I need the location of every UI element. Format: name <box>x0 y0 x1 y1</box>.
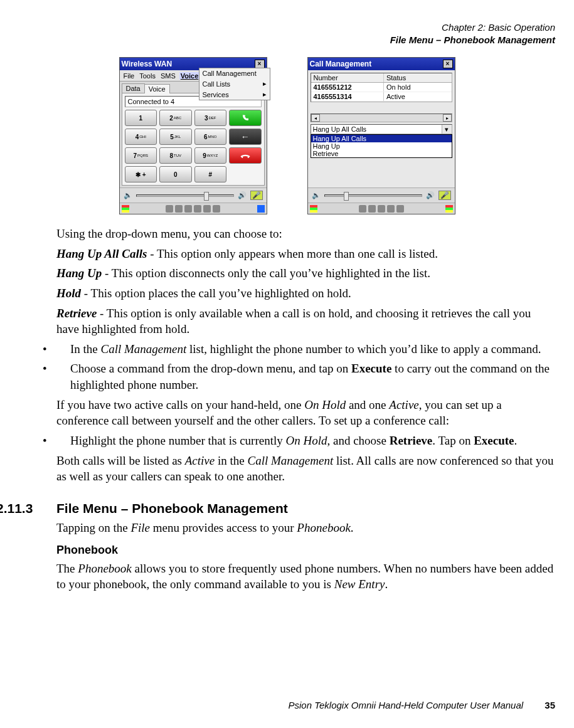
tab-data[interactable]: Data <box>122 83 145 93</box>
speaker-loud-icon[interactable]: 🔊 <box>238 191 247 199</box>
key-backspace[interactable]: ← <box>229 129 262 145</box>
voice-dropdown: Call Management Call Lists▸ Services▸ <box>199 68 270 100</box>
header-section: File Menu – Phonebook Management <box>19 34 555 46</box>
tray-icon[interactable] <box>184 205 192 213</box>
key-7[interactable]: 7PQRS <box>125 147 157 164</box>
key-call[interactable] <box>229 110 262 126</box>
key-8[interactable]: 8TUV <box>159 147 192 164</box>
key-2[interactable]: 2ABC <box>159 110 192 126</box>
key-6[interactable]: 6MNO <box>194 129 227 145</box>
key-hash[interactable]: # <box>194 166 227 182</box>
menu-voice[interactable]: Voice <box>179 72 200 80</box>
title-wwan: Wireless WAN <box>122 60 255 68</box>
start-icon[interactable] <box>122 205 129 213</box>
start-icon[interactable] <box>310 205 317 213</box>
tray-icon[interactable] <box>359 205 366 213</box>
sip-icon[interactable] <box>257 205 265 213</box>
mic-icon[interactable]: 🎤 <box>438 191 451 200</box>
section-heading: 2.11.3File Menu – Phonebook Management <box>56 501 555 516</box>
speaker-mute-icon[interactable]: 🔈 <box>124 191 132 199</box>
speaker-loud-icon[interactable]: 🔊 <box>426 191 435 199</box>
page-footer: Psion Teklogix Omnii Hand-Held Computer … <box>289 700 555 710</box>
combo-value: Hang Up All Calls <box>311 125 442 134</box>
cell-number: 4165551212 <box>311 83 384 92</box>
scrollbar-horizontal[interactable]: ◂ ▸ <box>311 113 452 122</box>
table-row[interactable]: 4165551212 On hold <box>311 83 452 92</box>
combo-option-hangup[interactable]: Hang Up <box>311 142 452 150</box>
tray-icon[interactable] <box>378 205 385 213</box>
section-p1: Tapping on the File menu provides access… <box>56 520 555 536</box>
close-icon[interactable]: × <box>255 60 265 68</box>
menu-sms[interactable]: SMS <box>159 72 177 80</box>
key-9[interactable]: 9WXYZ <box>194 147 227 164</box>
combo-option-retrieve[interactable]: Retrieve <box>311 150 452 157</box>
voice-pane: Connected to 4 1 2ABC 3DEF 4GHI 5JKL 6MN… <box>122 93 265 186</box>
key-star[interactable]: ✱ + <box>125 166 157 182</box>
table-header: Number Status <box>311 73 452 83</box>
slider-thumb[interactable] <box>344 192 349 201</box>
taskbar <box>120 203 267 214</box>
cm-pane: Number Status 4165551212 On hold 4165551… <box>308 70 455 187</box>
bullet-3: Highlight the phone number that is curre… <box>56 433 555 449</box>
volume-slider[interactable] <box>136 194 234 197</box>
tab-voice[interactable]: Voice <box>144 84 170 93</box>
title-cm: Call Management <box>310 60 443 68</box>
tray-icon[interactable] <box>203 205 211 213</box>
table-row[interactable]: 4165551314 Active <box>311 92 452 102</box>
menuitem-call-lists[interactable]: Call Lists▸ <box>199 78 270 89</box>
scroll-left-icon[interactable]: ◂ <box>311 114 320 122</box>
cell-status: Active <box>384 92 452 101</box>
menu-tools[interactable]: Tools <box>138 72 157 80</box>
titlebar-cm[interactable]: Call Management × <box>308 58 455 70</box>
taskbar <box>308 203 455 214</box>
action-combobox[interactable]: Hang Up All Calls ▾ <box>311 124 452 134</box>
figures-row: Wireless WAN × File Tools SMS Voice Call… <box>19 57 555 214</box>
keypad: 1 2ABC 3DEF 4GHI 5JKL 6MNO ← 7PQRS 8TUV … <box>125 110 262 182</box>
intro-line: Using the drop-down menu, you can choose… <box>56 226 555 242</box>
menuitem-call-management[interactable]: Call Management <box>199 68 270 78</box>
col-number[interactable]: Number <box>311 73 384 82</box>
mic-icon[interactable]: 🎤 <box>250 191 263 200</box>
chevron-down-icon[interactable]: ▾ <box>442 125 452 134</box>
volume-slider[interactable] <box>324 194 422 197</box>
section-p2: The Phonebook allows you to store freque… <box>56 561 555 593</box>
speaker-mute-icon[interactable]: 🔈 <box>312 191 321 199</box>
body-content: Using the drop-down menu, you can choose… <box>56 226 555 593</box>
tray-icon[interactable] <box>387 205 395 213</box>
menu-file[interactable]: File <box>122 72 136 80</box>
wireless-wan-window: Wireless WAN × File Tools SMS Voice Call… <box>119 57 267 214</box>
audio-bar: 🔈 🔊 🎤 <box>308 187 455 203</box>
page-header: Chapter 2: Basic Operation File Menu – P… <box>19 21 555 46</box>
systray <box>166 205 220 213</box>
close-icon[interactable]: × <box>443 60 453 68</box>
tray-icon[interactable] <box>396 205 404 213</box>
tray-icon[interactable] <box>368 205 376 213</box>
tray-icon[interactable] <box>166 205 173 213</box>
sip-icon[interactable] <box>445 205 453 213</box>
tray-icon[interactable] <box>213 205 220 213</box>
key-hangup[interactable] <box>229 147 262 164</box>
bullet-1: In the Call Management list, highlight t… <box>56 341 555 357</box>
chevron-right-icon: ▸ <box>263 90 267 98</box>
key-5[interactable]: 5JKL <box>159 129 192 145</box>
key-4[interactable]: 4GHI <box>125 129 157 145</box>
tray-icon[interactable] <box>175 205 183 213</box>
key-0[interactable]: 0 <box>159 166 192 182</box>
scroll-right-icon[interactable]: ▸ <box>443 114 452 122</box>
option-hangup-all: Hang Up All Calls - This option only app… <box>56 246 555 262</box>
option-retrieve: Retrieve - This option is only available… <box>56 305 555 337</box>
tray-icon[interactable] <box>194 205 201 213</box>
para-result: Both calls will be listed as Active in t… <box>56 453 555 485</box>
menuitem-services[interactable]: Services▸ <box>199 89 270 100</box>
systray <box>359 205 404 213</box>
footer-text: Psion Teklogix Omnii Hand-Held Computer … <box>289 700 524 710</box>
col-status[interactable]: Status <box>384 73 452 82</box>
combo-option-hangup-all[interactable]: Hang Up All Calls <box>311 135 452 142</box>
option-hangup: Hang Up - This option disconnects only t… <box>56 265 555 282</box>
key-1[interactable]: 1 <box>125 110 157 126</box>
key-3[interactable]: 3DEF <box>194 110 227 126</box>
cell-number: 4165551314 <box>311 92 384 101</box>
subheading-phonebook: Phonebook <box>56 544 555 557</box>
slider-thumb[interactable] <box>204 192 209 201</box>
call-table: Number Status 4165551212 On hold 4165551… <box>311 73 452 102</box>
